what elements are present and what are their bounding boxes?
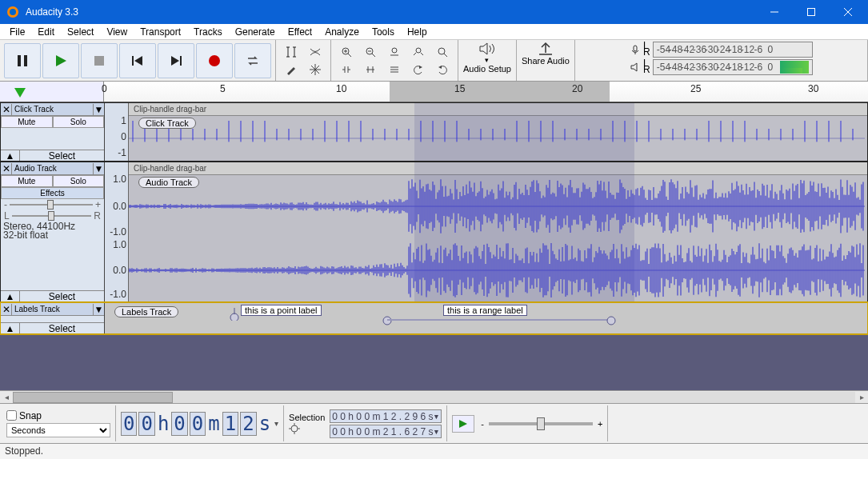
menu-file[interactable]: File [3,25,31,39]
stop-button[interactable] [81,43,118,78]
select-track-button[interactable]: Select [20,323,104,333]
menu-view[interactable]: View [100,25,134,39]
svg-marker-8 [56,55,66,66]
menu-transport[interactable]: Transport [134,25,187,39]
selection-start-time[interactable]: 0 0 h 0 0 m 1 2 . 2 9 6 s▾ [330,409,442,423]
time-counter[interactable]: 00h 00m 12s ▾ [121,412,278,436]
select-track-button[interactable]: Select [20,291,104,301]
track-name[interactable]: Click Track [12,105,93,114]
play-speed-group: - + [447,405,608,441]
speaker-meter-icon[interactable] [630,62,641,73]
clip-name-label[interactable]: Audio Track [138,177,199,188]
menu-edit[interactable]: Edit [31,25,61,39]
labels-track-body[interactable]: Labels Track this is a point label this … [105,303,867,333]
mute-button[interactable]: Mute [1,175,53,187]
track-name[interactable]: Audio Track [12,164,93,173]
share-audio-button[interactable]: Share Audio [517,40,575,81]
svg-marker-1046 [459,420,467,428]
playhead-icon[interactable] [14,88,26,98]
menu-tools[interactable]: Tools [366,25,401,39]
clip-name-label: Labels Track [114,306,178,317]
scrollbar-thumb[interactable] [13,392,173,403]
menu-effect[interactable]: Effect [282,25,318,39]
menu-help[interactable]: Help [401,25,434,39]
collapse-button[interactable]: ▲ [1,291,20,301]
app-icon [6,6,19,18]
skip-start-button[interactable] [119,43,156,78]
menu-generate[interactable]: Generate [229,25,282,39]
audio-track-control-panel: ✕ Audio Track ▼ Mute Solo Effects -+ LR … [1,162,105,301]
draw-tool[interactable] [280,62,302,78]
envelope-tool[interactable] [304,44,326,60]
svg-line-36 [444,54,447,57]
zoom-out-button[interactable] [359,44,382,60]
menu-analyze[interactable]: Analyze [318,25,366,39]
selection-tool[interactable] [280,44,302,60]
play-meter-lr: LR [643,61,650,74]
skip-end-button[interactable] [158,43,194,78]
svg-point-1040 [607,317,615,325]
svg-rect-7 [24,55,27,66]
gain-slider[interactable]: -+ [1,199,104,210]
track-close-button[interactable]: ✕ [1,163,12,174]
point-label[interactable]: this is a point label [230,308,239,321]
pan-slider[interactable]: LR [1,210,104,222]
snap-unit-select[interactable]: Seconds [6,423,110,437]
click-track-body[interactable]: Clip-handle drag-bar Click Track [129,103,867,161]
snap-group: Snap Seconds [2,405,116,441]
selection-end-time[interactable]: 0 0 h 0 0 m 2 1 . 6 2 7 s▾ [330,425,442,438]
zoom-toggle-button[interactable] [431,44,454,60]
maximize-button[interactable] [793,0,830,24]
status-text: Stopped. [5,445,43,457]
track-menu-button[interactable]: ▼ [93,104,104,115]
menu-select[interactable]: Select [61,25,100,39]
svg-marker-11 [134,56,142,66]
silence-button[interactable] [359,62,382,78]
click-track-vscale[interactable]: 1 0 -1 [105,103,129,161]
playback-meter[interactable]: -54-48-42-36-30-24-18-12-60 [653,59,813,75]
scroll-left-button[interactable]: ◂ [0,393,13,401]
playback-speed-slider[interactable] [489,422,593,425]
multi-tool[interactable] [304,62,326,78]
collapse-button[interactable]: ▲ [1,150,20,161]
minimize-button[interactable] [756,0,793,24]
recording-meter[interactable]: -54-48-42-36-30-24-18-12-60 [653,42,813,58]
pause-button[interactable] [4,43,41,78]
window-title: Audacity 3.3 [26,6,756,18]
collapse-button[interactable]: ▲ [1,323,20,333]
zoom-in-button[interactable] [335,44,358,60]
mute-button[interactable]: Mute [1,116,53,128]
select-track-button[interactable]: Select [20,150,104,161]
track-menu-button[interactable]: ▼ [93,163,104,174]
loop-button[interactable] [234,43,271,78]
track-close-button[interactable]: ✕ [1,304,12,315]
fit-selection-button[interactable] [383,44,406,60]
menu-tracks[interactable]: Tracks [187,25,229,39]
audio-setup-button[interactable]: ▾ Audio Setup [458,40,517,81]
trim-button[interactable] [335,62,358,78]
audio-track-body[interactable]: Clip-handle drag-bar Audio Track [129,162,867,301]
play-at-speed-button[interactable] [452,415,474,433]
horizontal-scrollbar[interactable]: ◂ ▸ [0,390,868,403]
effects-button[interactable]: Effects [1,187,104,199]
toolbar-row: ▾ Audio Setup Share Audio LR -54-48-42-3… [0,40,868,82]
fit-project-button[interactable] [407,44,430,60]
redo-button[interactable] [431,62,454,78]
mic-icon[interactable] [630,44,641,55]
solo-button[interactable]: Solo [53,116,105,128]
clip-name-label[interactable]: Click Track [138,118,196,129]
snap-checkbox[interactable]: Snap [6,410,110,421]
undo-button[interactable] [407,62,430,78]
audio-track-vscale[interactable]: 1.0 0.0 -1.0 1.0 0.0 -1.0 [105,162,129,301]
solo-button[interactable]: Solo [53,175,105,187]
play-button[interactable] [42,43,79,78]
gear-icon[interactable] [289,423,300,434]
track-menu-button[interactable]: ▼ [93,304,104,315]
sync-lock-button[interactable] [383,62,406,78]
track-name[interactable]: Labels Track [12,305,93,313]
timeline-ruler[interactable]: 0 5 10 15 20 25 30 [104,82,868,102]
scroll-right-button[interactable]: ▸ [855,393,868,401]
close-button[interactable] [830,0,866,24]
track-close-button[interactable]: ✕ [1,104,12,115]
record-button[interactable] [196,43,233,78]
